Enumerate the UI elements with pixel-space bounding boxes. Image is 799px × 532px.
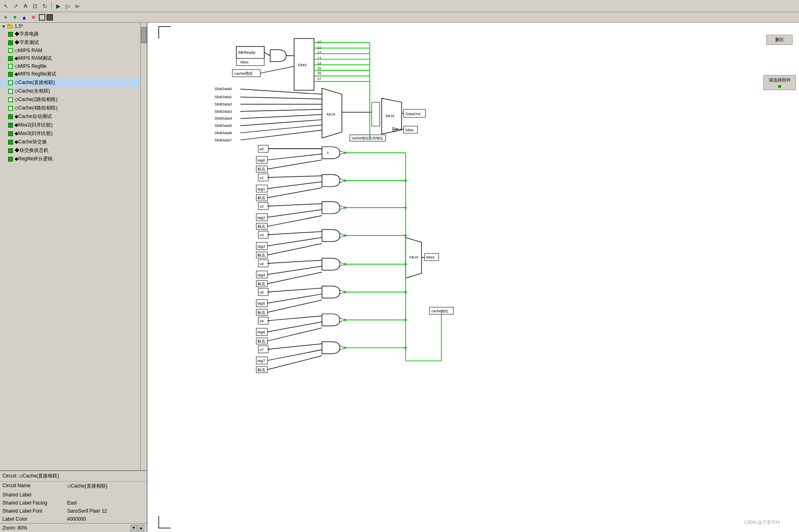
select-parts-btn[interactable]: 请选择部件 [763,75,796,90]
props-label-circuit-name: Circuit Name [2,483,67,490]
tree-item-0[interactable]: ◆字库电路 [0,30,147,38]
props-label-shared-label: Shared Label [2,492,67,498]
svg-point-179 [405,206,407,209]
sq-outline-btn[interactable] [39,14,45,21]
svg-text:17: 17 [317,77,321,81]
component-tool[interactable]: ⊡ [31,2,40,11]
text-tool[interactable]: A [21,2,30,11]
svg-text:15: 15 [317,66,321,70]
tree-item-3[interactable]: ◆MIPS RAM测试 [0,54,147,63]
svg-text:SlotData7: SlotData7 [215,138,232,142]
tree-item-5[interactable]: ◆MIPS Regfile测试 [0,70,147,78]
item-icon-3 [8,56,13,61]
tree-area: ▼ 1.5* ◆字库电路 ◆字库测试 [0,23,147,470]
cursor-tool[interactable]: ↖ [2,2,11,11]
svg-text:Miss: Miss [426,255,434,259]
svg-point-180 [405,234,407,237]
item-icon-5 [8,72,13,77]
tree-item-9[interactable]: ◇Cache(4路组相联) [0,104,147,112]
svg-rect-2 [155,23,792,532]
down-btn[interactable]: ▼ [11,13,19,21]
tree-item-label-1: ◆字库测试 [15,39,39,46]
delete-region-label: 删区 [775,37,784,42]
tree-item-7[interactable]: ◇Cache(全相联) [0,87,147,95]
item-icon-13 [8,140,13,145]
svg-text:v1: v1 [259,175,264,180]
toolbar-row1: ↖ ↗ A ⊡ ↻ ▶ ▷ ⊳ [0,0,799,12]
svg-text:CSDN @万里守约: CSDN @万里守约 [744,520,780,525]
up-btn[interactable]: ▲ [20,13,28,21]
tree-item-12[interactable]: ◆Max3(归并比较) [0,129,147,138]
item-icon-8 [8,97,13,102]
tree-item-label-3: ◆MIPS RAM测试 [15,55,52,62]
sq-filled-btn[interactable] [46,14,53,21]
svg-text:v2: v2 [259,204,264,208]
delete-region-btn[interactable]: 删区 [766,35,793,45]
zoom-down-btn[interactable]: ▼ [131,525,137,531]
tree-item-4[interactable]: ◇MIPS Regfile [0,63,147,70]
svg-text:11: 11 [317,46,321,50]
props-value-color: #000000 [67,516,86,522]
svg-text:Miss: Miss [406,128,414,132]
svg-text:v0: v0 [259,147,264,151]
circuit-canvas: BlkReady Miss cache地址 DMX 10 11 12 13 14… [148,23,799,532]
delete-btn[interactable]: ✕ [30,13,38,21]
tree-scrollbar-thumb[interactable] [141,27,147,43]
tree-item-2[interactable]: ◇MIPS RAM [0,47,147,54]
tree-root[interactable]: ▼ 1.5* [0,23,147,30]
svg-point-156 [344,319,346,321]
svg-point-130 [344,263,346,265]
add-btn[interactable]: + [2,13,10,21]
simulate-tool[interactable]: ▶ [54,2,63,11]
item-icon-10 [8,114,13,119]
props-value-facing: East [67,500,77,506]
select-parts-label: 请选择部件 [769,78,791,82]
svg-point-77 [344,151,346,154]
svg-point-143 [344,291,346,293]
select-tool[interactable]: ↗ [11,2,20,11]
tree-item-10[interactable]: ◆Cache自动测试 [0,112,147,121]
props-label-facing: Shared Label Facing [2,500,67,506]
svg-text:v3: v3 [259,233,264,237]
tree-item-8[interactable]: ◇Cache(2路组相联) [0,95,147,104]
svg-text:BlkReady: BlkReady [238,50,255,55]
tree-scrollbar[interactable] [140,23,147,470]
tree-item-1[interactable]: ◆字库测试 [0,38,147,47]
props-label-font: Shared Label Font [2,508,67,514]
tree-item-label-12: ◆Max3(归并比较) [15,130,53,137]
svg-text:tag4: tag4 [257,273,266,277]
tree-scroll[interactable]: ▼ 1.5* ◆字库电路 ◆字库测试 [0,23,147,470]
zoom-up-btn[interactable]: ▲ [138,525,144,531]
svg-text:标志: 标志 [257,368,266,372]
svg-text:cache地址: cache地址 [234,71,253,76]
tree-item-13[interactable]: ◆Cache块交换 [0,138,147,146]
props-row-font: Shared Label Font SansSerif Plain 12 [0,507,147,515]
svg-point-182 [405,291,407,293]
svg-text:标志: 标志 [257,224,266,229]
props-row-0: Circuit Name ◇Cache(直接相联) [0,482,147,491]
tree-expand-icon: ▼ [2,24,6,29]
step2-tool[interactable]: ⊳ [73,2,82,11]
tree-item-11[interactable]: ◆Max2(归并比较) [0,121,147,129]
svg-text:tag0: tag0 [257,158,266,162]
svg-text:标志: 标志 [257,253,266,257]
tree-root-label: 1.5* [15,23,23,29]
svg-point-104 [344,206,346,209]
item-icon-14 [8,148,13,153]
svg-text:tag1: tag1 [257,187,265,191]
svg-text:tag7: tag7 [257,358,265,363]
svg-text:SlotData4: SlotData4 [215,116,232,120]
item-icon-7 [8,89,13,94]
step-tool[interactable]: ▷ [63,2,72,11]
rotate-tool[interactable]: ↻ [40,2,49,11]
tree-item-label-9: ◇Cache(4路组相联) [15,105,57,111]
tree-item-14[interactable]: ◆块交换状态机 [0,146,147,155]
select-dot [778,85,781,88]
tree-item-6[interactable]: ◇Cache(直接相联) [0,78,147,87]
svg-text:tag3: tag3 [257,244,266,248]
props-row-facing: Shared Label Facing East [0,499,147,507]
item-icon-15 [8,157,13,162]
canvas-area[interactable]: BlkReady Miss cache地址 DMX 10 11 12 13 14… [148,23,799,532]
left-panel: ▼ 1.5* ◆字库电路 ◆字库测试 [0,23,148,532]
tree-item-15[interactable]: ◆Regfile评分逻辑 [0,155,147,163]
